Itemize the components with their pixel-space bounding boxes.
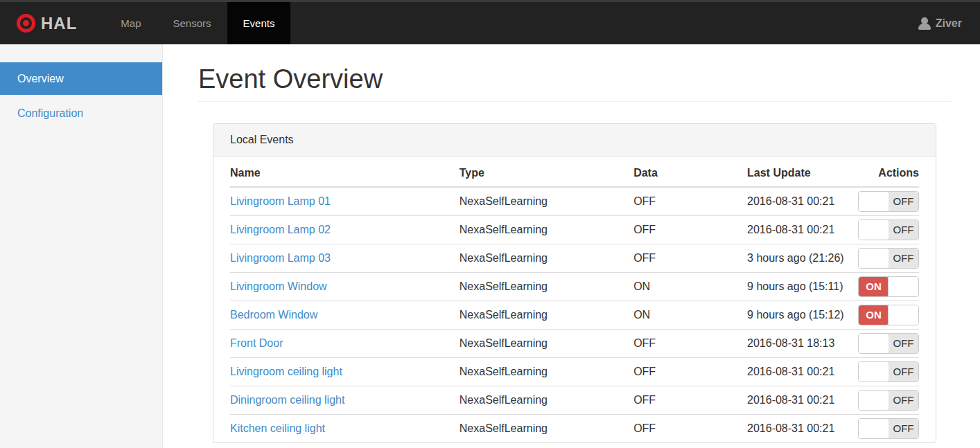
nav-item-events[interactable]: Events — [227, 2, 291, 44]
events-table-body: Livingroom Lamp 01 NexaSelfLearning OFF … — [230, 187, 919, 442]
table-row: Front Door NexaSelfLearning OFF 2016-08-… — [230, 329, 919, 357]
table-header-row: Name Type Data Last Update Actions — [230, 156, 919, 187]
event-toggle-switch[interactable]: OFF — [858, 418, 919, 439]
event-data-cell: ON — [633, 301, 747, 329]
toggle-off-label: OFF — [889, 192, 918, 211]
toggle-knob — [888, 276, 919, 297]
event-name-link[interactable]: Livingroom Lamp 03 — [230, 252, 331, 264]
column-header-actions: Actions — [858, 156, 919, 187]
toggle-knob — [888, 305, 919, 325]
event-name-link[interactable]: Livingroom ceiling light — [230, 366, 342, 377]
event-actions-cell: OFF — [858, 187, 919, 215]
toggle-knob — [858, 361, 889, 382]
panel-body: Name Type Data Last Update Actions Livin… — [213, 156, 936, 442]
event-name-cell: Diningroom ceiling light — [230, 386, 460, 414]
event-toggle-switch[interactable]: OFF — [858, 248, 919, 269]
user-icon — [918, 17, 931, 30]
event-last-update-cell: 2016-08-31 00:21 — [747, 215, 858, 244]
toggle-off-label: OFF — [889, 419, 918, 438]
event-name-link[interactable]: Diningroom ceiling light — [230, 394, 344, 406]
event-name-link[interactable]: Livingroom Lamp 01 — [230, 195, 331, 207]
event-name-cell: Livingroom ceiling light — [230, 357, 460, 386]
user-name: Ziver — [936, 17, 962, 30]
event-toggle-switch[interactable]: OFF — [858, 191, 919, 212]
toggle-knob — [858, 191, 889, 212]
event-toggle-switch[interactable]: ON — [858, 305, 919, 325]
page-title: Event Overview — [198, 64, 951, 94]
event-last-update-cell: 2016-08-31 00:21 — [747, 386, 858, 414]
event-toggle-switch[interactable]: OFF — [858, 361, 919, 382]
event-actions-cell: OFF — [858, 386, 919, 414]
event-last-update-cell: 2016-08-31 18:13 — [747, 329, 858, 357]
event-type-cell: NexaSelfLearning — [460, 215, 633, 244]
table-row: Diningroom ceiling light NexaSelfLearnin… — [230, 386, 919, 414]
table-row: Livingroom ceiling light NexaSelfLearnin… — [230, 357, 919, 386]
table-row: Bedroom Window NexaSelfLearning ON 9 hou… — [230, 301, 919, 329]
event-toggle-switch[interactable]: OFF — [858, 390, 919, 411]
column-header-name: Name — [230, 156, 460, 187]
event-last-update-cell: 3 hours ago (21:26) — [747, 244, 858, 272]
hal-logo-icon — [17, 14, 35, 33]
sidebar: Overview Configuration — [0, 44, 163, 448]
event-toggle-switch[interactable]: ON — [858, 276, 919, 297]
event-toggle-switch[interactable]: OFF — [858, 219, 919, 240]
user-menu[interactable]: Ziver — [918, 2, 980, 44]
table-row: Kitchen ceiling light NexaSelfLearning O… — [230, 414, 919, 442]
event-type-cell: NexaSelfLearning — [460, 386, 633, 414]
event-name-cell: Livingroom Lamp 01 — [230, 187, 460, 215]
event-data-cell: OFF — [633, 215, 747, 244]
event-name-cell: Livingroom Window — [230, 272, 460, 301]
event-actions-cell: ON — [858, 301, 919, 329]
toggle-knob — [858, 418, 889, 439]
toggle-off-label: OFF — [889, 220, 918, 240]
event-last-update-cell: 2016-08-31 00:21 — [747, 414, 858, 442]
event-type-cell: NexaSelfLearning — [460, 187, 633, 215]
table-row: Livingroom Window NexaSelfLearning ON 9 … — [230, 272, 919, 301]
event-last-update-cell: 9 hours ago (15:11) — [747, 272, 858, 301]
event-actions-cell: OFF — [858, 244, 919, 272]
toggle-off-label: OFF — [889, 249, 918, 268]
event-name-cell: Kitchen ceiling light — [230, 414, 460, 442]
main-content: Event Overview Local Events Name Type Da… — [163, 44, 980, 448]
sidebar-item-configuration[interactable]: Configuration — [0, 97, 162, 129]
local-events-panel: Local Events Name Type Data Last Update … — [213, 123, 936, 443]
event-data-cell: ON — [633, 272, 747, 301]
event-last-update-cell: 2016-08-31 00:21 — [747, 187, 858, 215]
event-type-cell: NexaSelfLearning — [460, 301, 633, 329]
event-name-link[interactable]: Livingroom Lamp 02 — [230, 224, 331, 235]
event-data-cell: OFF — [633, 357, 747, 386]
toggle-knob — [858, 248, 889, 269]
event-actions-cell: OFF — [858, 215, 919, 244]
event-last-update-cell: 9 hours ago (15:12) — [747, 301, 858, 329]
toggle-on-label: ON — [859, 277, 889, 296]
event-data-cell: OFF — [633, 187, 747, 215]
event-name-link[interactable]: Kitchen ceiling light — [230, 422, 325, 434]
event-name-cell: Livingroom Lamp 02 — [230, 215, 460, 244]
brand[interactable]: HAL — [0, 2, 95, 44]
table-row: Livingroom Lamp 03 NexaSelfLearning OFF … — [230, 244, 919, 272]
event-type-cell: NexaSelfLearning — [460, 357, 633, 386]
column-header-type: Type — [460, 156, 633, 187]
sidebar-item-overview[interactable]: Overview — [0, 62, 162, 95]
top-navbar: HAL Map Sensors Events Ziver — [0, 0, 980, 44]
toggle-off-label: OFF — [889, 362, 918, 382]
event-name-cell: Bedroom Window — [230, 301, 460, 329]
event-data-cell: OFF — [633, 244, 747, 272]
page-header: Event Overview — [198, 64, 951, 102]
nav-item-map[interactable]: Map — [105, 2, 157, 44]
event-name-link[interactable]: Front Door — [230, 337, 283, 349]
brand-label: HAL — [41, 14, 77, 33]
event-name-cell: Front Door — [230, 329, 460, 357]
event-toggle-switch[interactable]: OFF — [858, 333, 919, 354]
event-type-cell: NexaSelfLearning — [460, 272, 633, 301]
toggle-knob — [858, 333, 889, 354]
nav-item-sensors[interactable]: Sensors — [157, 2, 227, 44]
event-name-link[interactable]: Livingroom Window — [230, 280, 327, 292]
event-data-cell: OFF — [633, 329, 747, 357]
panel-title: Local Events — [213, 124, 936, 156]
toggle-off-label: OFF — [889, 334, 918, 353]
event-name-link[interactable]: Bedroom Window — [230, 309, 317, 321]
event-actions-cell: OFF — [858, 329, 919, 357]
event-data-cell: OFF — [633, 386, 747, 414]
table-row: Livingroom Lamp 02 NexaSelfLearning OFF … — [230, 215, 919, 244]
